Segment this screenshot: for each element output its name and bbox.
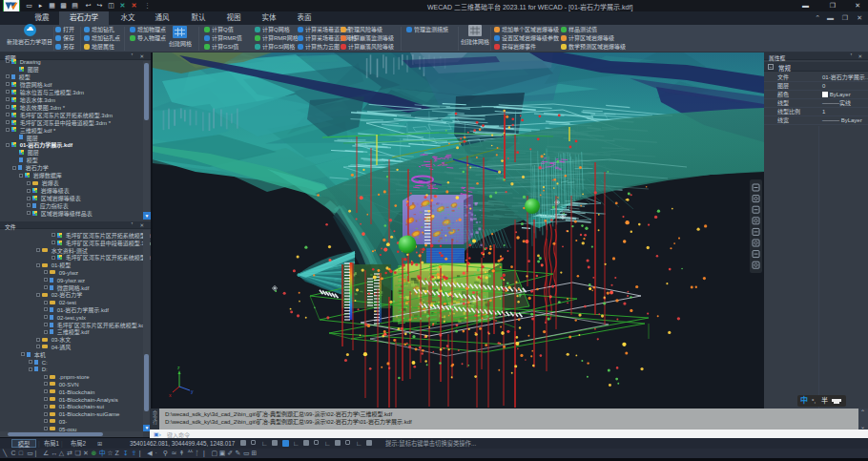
svg-text:x: x [169, 392, 172, 398]
svg-text:y: y [191, 388, 194, 394]
svg-text:z: z [177, 365, 180, 370]
